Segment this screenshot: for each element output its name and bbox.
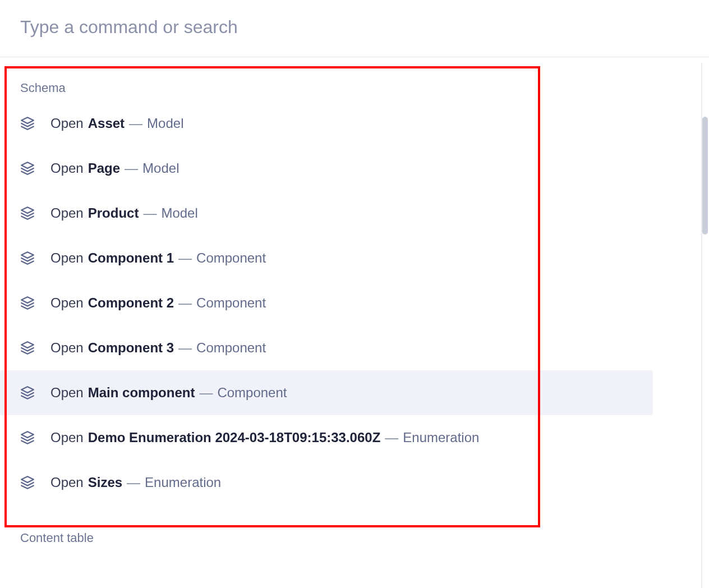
- result-name: Asset: [88, 116, 125, 131]
- schema-item[interactable]: OpenComponent 1—Component: [0, 236, 709, 281]
- schema-item[interactable]: OpenComponent 3—Component: [0, 325, 709, 370]
- result-separator: —: [178, 250, 192, 266]
- result-text: OpenSizes—Enumeration: [50, 475, 221, 490]
- result-text: OpenAsset—Model: [50, 116, 183, 131]
- search-container: [0, 0, 709, 57]
- schema-item[interactable]: OpenMain component—Component: [0, 370, 653, 415]
- schema-item[interactable]: OpenPage—Model: [0, 146, 709, 191]
- layers-icon: [20, 475, 35, 490]
- result-text: OpenMain component—Component: [50, 385, 287, 401]
- result-name: Main component: [88, 385, 195, 401]
- result-text: OpenComponent 1—Component: [50, 250, 266, 266]
- layers-icon: [20, 161, 35, 176]
- result-action: Open: [50, 160, 84, 176]
- scrollbar-thumb[interactable]: [702, 117, 708, 235]
- result-action: Open: [50, 205, 84, 221]
- result-type: Component: [196, 250, 266, 266]
- result-separator: —: [178, 340, 192, 356]
- svg-marker-4: [21, 297, 34, 303]
- result-type: Model: [147, 116, 183, 131]
- result-name: Demo Enumeration 2024-03-18T09:15:33.060…: [88, 430, 381, 445]
- result-text: OpenComponent 2—Component: [50, 295, 266, 311]
- result-separator: —: [199, 385, 213, 401]
- schema-item[interactable]: OpenProduct—Model: [0, 191, 709, 236]
- schema-item[interactable]: OpenAsset—Model: [0, 101, 709, 146]
- result-type: Enumeration: [145, 475, 221, 490]
- result-name: Page: [88, 160, 120, 176]
- svg-marker-8: [21, 476, 34, 483]
- result-action: Open: [50, 116, 84, 131]
- result-separator: —: [125, 160, 138, 176]
- result-separator: —: [129, 116, 142, 131]
- result-name: Component 3: [88, 340, 174, 356]
- result-text: OpenProduct—Model: [50, 205, 198, 221]
- layers-icon: [20, 251, 35, 265]
- result-action: Open: [50, 430, 84, 445]
- result-type: Enumeration: [403, 430, 479, 445]
- svg-marker-7: [21, 431, 34, 438]
- result-separator: —: [385, 430, 398, 445]
- result-name: Component 1: [88, 250, 174, 266]
- result-name: Component 2: [88, 295, 174, 311]
- layers-icon: [20, 296, 35, 310]
- result-action: Open: [50, 295, 84, 311]
- result-action: Open: [50, 250, 84, 266]
- layers-icon: [20, 206, 35, 220]
- schema-item[interactable]: OpenSizes—Enumeration: [0, 460, 709, 505]
- result-action: Open: [50, 340, 84, 356]
- section-label-schema: Schema: [0, 57, 709, 101]
- svg-marker-5: [21, 342, 34, 348]
- scrollbar-track[interactable]: [701, 63, 709, 588]
- result-type: Component: [196, 295, 266, 311]
- result-name: Sizes: [88, 475, 122, 490]
- result-type: Model: [142, 160, 179, 176]
- svg-marker-2: [21, 207, 34, 213]
- layers-icon: [20, 341, 35, 355]
- results-container: Schema OpenAsset—ModelOpenPage—ModelOpen…: [0, 57, 709, 550]
- result-type: Component: [217, 385, 287, 401]
- result-text: OpenComponent 3—Component: [50, 340, 266, 356]
- result-type: Component: [196, 340, 266, 356]
- svg-marker-3: [21, 252, 34, 258]
- result-action: Open: [50, 385, 84, 401]
- section-label-content-table: Content table: [0, 505, 709, 550]
- schema-item[interactable]: OpenComponent 2—Component: [0, 281, 709, 325]
- layers-icon: [20, 430, 35, 445]
- result-separator: —: [178, 295, 192, 311]
- result-separator: —: [143, 205, 156, 221]
- result-text: OpenPage—Model: [50, 160, 179, 176]
- result-name: Product: [88, 205, 139, 221]
- command-search-input[interactable]: [20, 17, 689, 38]
- svg-marker-6: [21, 387, 34, 393]
- result-type: Model: [161, 205, 197, 221]
- result-text: OpenDemo Enumeration 2024-03-18T09:15:33…: [50, 430, 479, 445]
- schema-item[interactable]: OpenDemo Enumeration 2024-03-18T09:15:33…: [0, 415, 709, 460]
- result-action: Open: [50, 475, 84, 490]
- svg-marker-0: [21, 117, 34, 123]
- result-separator: —: [127, 475, 140, 490]
- layers-icon: [20, 116, 35, 131]
- svg-marker-1: [21, 162, 34, 168]
- layers-icon: [20, 385, 35, 400]
